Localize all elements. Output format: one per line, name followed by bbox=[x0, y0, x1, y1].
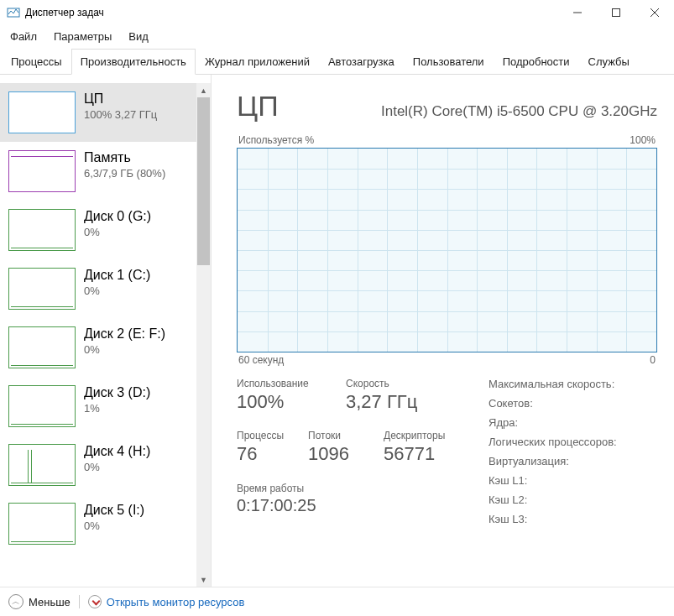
sidebar-item-4[interactable]: Диск 2 (E: F:)0% bbox=[0, 318, 196, 377]
sidebar-thumb-mem bbox=[8, 150, 76, 192]
sidebar-item-sub: 6,3/7,9 ГБ (80%) bbox=[84, 167, 165, 180]
info-cores: Ядра: bbox=[489, 416, 657, 429]
resource-monitor-label: Открыть монитор ресурсов bbox=[107, 596, 244, 608]
tab-users[interactable]: Пользователи bbox=[404, 49, 494, 75]
tab-performance[interactable]: Производительность bbox=[71, 49, 196, 75]
chart-xlabel-left: 60 секунд bbox=[238, 354, 284, 366]
stat-uptime-value: 0:17:00:25 bbox=[237, 496, 472, 515]
sidebar-item-sub: 1% bbox=[84, 402, 150, 415]
sidebar-scrollbar[interactable]: ▲ ▼ bbox=[196, 83, 211, 587]
sidebar-thumb-disk bbox=[8, 268, 76, 310]
sidebar-thumb-disk bbox=[8, 444, 76, 486]
fewer-details-button[interactable]: ︿ Меньше bbox=[8, 594, 71, 609]
fewer-details-label: Меньше bbox=[29, 596, 71, 608]
sidebar-item-3[interactable]: Диск 1 (C:)0% bbox=[0, 259, 196, 318]
stat-procs-value: 76 bbox=[237, 443, 308, 465]
footer-bar: ︿ Меньше Открыть монитор ресурсов bbox=[0, 587, 674, 616]
scroll-up-icon[interactable]: ▲ bbox=[196, 83, 211, 97]
stat-speed-value: 3,27 ГГц bbox=[346, 391, 438, 413]
chart-label-max: 100% bbox=[630, 134, 656, 146]
sidebar-item-title: Диск 1 (C:) bbox=[84, 268, 150, 283]
sidebar-item-title: Диск 3 (D:) bbox=[84, 385, 150, 400]
tab-processes[interactable]: Процессы bbox=[2, 49, 71, 75]
chart-xlabel-right: 0 bbox=[650, 354, 656, 366]
titlebar: Диспетчер задач bbox=[0, 0, 674, 25]
sidebar-item-5[interactable]: Диск 3 (D:)1% bbox=[0, 377, 196, 436]
sidebar-item-sub: 0% bbox=[84, 519, 144, 532]
sidebar-thumb-cpu bbox=[8, 91, 76, 133]
tab-services[interactable]: Службы bbox=[579, 49, 639, 75]
sidebar-thumb-disk bbox=[8, 385, 76, 427]
close-button[interactable] bbox=[635, 0, 674, 25]
sidebar-item-title: Диск 5 (I:) bbox=[84, 503, 144, 518]
info-l2: Кэш L2: bbox=[489, 493, 657, 506]
sidebar-item-6[interactable]: Диск 4 (H:)0% bbox=[0, 436, 196, 494]
info-sockets: Сокетов: bbox=[489, 397, 657, 410]
sidebar-item-title: Диск 2 (E: F:) bbox=[84, 326, 165, 342]
content: ЦП100% 3,27 ГГцПамять6,3/7,9 ГБ (80%)Дис… bbox=[0, 75, 674, 587]
tab-apphistory[interactable]: Журнал приложений bbox=[196, 49, 319, 75]
stat-procs-label: Процессы bbox=[237, 430, 308, 441]
sidebar-item-sub: 0% bbox=[84, 285, 150, 297]
footer-divider bbox=[79, 595, 80, 608]
maximize-button[interactable] bbox=[597, 0, 635, 25]
sidebar-thumb-disk bbox=[8, 326, 76, 368]
info-virt: Виртуализация: bbox=[489, 455, 657, 467]
sidebar: ЦП100% 3,27 ГГцПамять6,3/7,9 ГБ (80%)Дис… bbox=[0, 75, 212, 587]
sidebar-item-1[interactable]: Память6,3/7,9 ГБ (80%) bbox=[0, 142, 196, 201]
cpu-model: Intel(R) Core(TM) i5-6500 CPU @ 3.20GHz bbox=[381, 103, 657, 120]
sidebar-item-title: Диск 0 (G:) bbox=[84, 209, 151, 224]
stat-handles-label: Дескрипторы bbox=[384, 430, 445, 441]
app-icon bbox=[7, 6, 20, 19]
scroll-down-icon[interactable]: ▼ bbox=[196, 572, 211, 587]
menu-view[interactable]: Вид bbox=[122, 27, 155, 46]
info-logical: Логических процессоров: bbox=[489, 436, 657, 448]
sidebar-item-sub: 0% bbox=[84, 461, 150, 473]
sidebar-item-sub: 100% 3,27 ГГц bbox=[84, 108, 157, 121]
stat-usage-value: 100% bbox=[237, 391, 346, 413]
sidebar-item-sub: 0% bbox=[84, 226, 151, 238]
menu-file[interactable]: Файл bbox=[3, 27, 44, 46]
chart-label-usage: Используется % bbox=[238, 134, 314, 146]
cpu-heading: ЦП bbox=[237, 90, 279, 123]
sidebar-item-2[interactable]: Диск 0 (G:)0% bbox=[0, 201, 196, 259]
sidebar-thumb-disk bbox=[8, 209, 76, 251]
sidebar-thumb-disk bbox=[8, 503, 76, 545]
sidebar-item-7[interactable]: Диск 5 (I:)0% bbox=[0, 494, 196, 553]
info-l1: Кэш L1: bbox=[489, 474, 657, 487]
main-pane: ЦП Intel(R) Core(TM) i5-6500 CPU @ 3.20G… bbox=[212, 75, 674, 587]
stat-handles-value: 56771 bbox=[384, 443, 445, 465]
tab-details[interactable]: Подробности bbox=[494, 49, 579, 75]
window-title: Диспетчер задач bbox=[25, 7, 104, 18]
sidebar-item-title: Диск 4 (H:) bbox=[84, 444, 150, 459]
stat-threads-value: 1096 bbox=[308, 443, 384, 465]
menu-options[interactable]: Параметры bbox=[47, 27, 118, 46]
info-l3: Кэш L3: bbox=[489, 513, 657, 525]
tab-startup[interactable]: Автозагрузка bbox=[319, 49, 404, 75]
sidebar-item-sub: 0% bbox=[84, 343, 165, 356]
sidebar-item-0[interactable]: ЦП100% 3,27 ГГц bbox=[0, 83, 196, 142]
menubar: Файл Параметры Вид bbox=[0, 25, 674, 48]
stat-uptime-label: Время работы bbox=[237, 483, 472, 494]
resource-monitor-icon bbox=[88, 595, 102, 608]
stat-usage-label: Использование bbox=[237, 378, 346, 389]
chevron-up-icon: ︿ bbox=[8, 594, 24, 609]
sidebar-item-title: ЦП bbox=[84, 91, 157, 107]
open-resource-monitor-link[interactable]: Открыть монитор ресурсов bbox=[88, 595, 244, 608]
sidebar-item-title: Память bbox=[84, 150, 165, 165]
svg-rect-2 bbox=[613, 9, 620, 17]
stat-speed-label: Скорость bbox=[346, 378, 438, 389]
stat-threads-label: Потоки bbox=[308, 430, 384, 441]
minimize-button[interactable] bbox=[558, 0, 597, 25]
cpu-chart[interactable] bbox=[237, 148, 657, 352]
scrollbar-thumb[interactable] bbox=[197, 97, 210, 265]
tabs: Процессы Производительность Журнал прило… bbox=[0, 48, 674, 75]
info-maxspeed: Максимальная скорость: bbox=[489, 378, 657, 390]
